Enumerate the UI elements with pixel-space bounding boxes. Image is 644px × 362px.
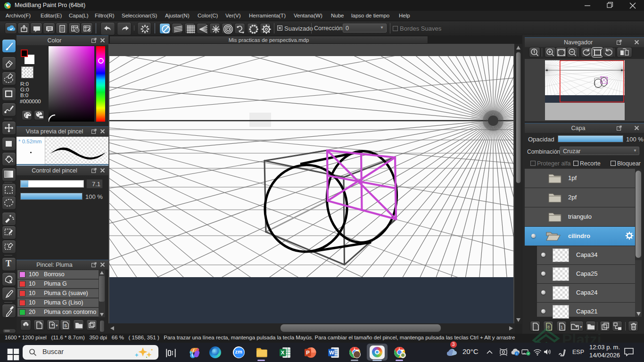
svg-text:X: X — [281, 350, 285, 355]
svg-text:W: W — [329, 350, 334, 355]
svg-text:S: S — [64, 323, 67, 328]
svg-text:P: P — [306, 350, 310, 355]
